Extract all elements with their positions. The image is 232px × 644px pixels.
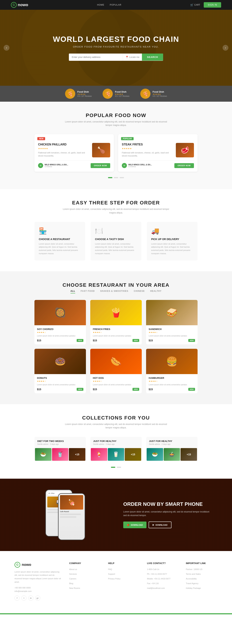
footer-col-title-help: HELP	[108, 562, 140, 564]
app-download-btn-2[interactable]: ▶ DOWNLOAD	[149, 522, 171, 528]
restaurant-card-desc-1: Lorem ipsum dolor sit amet,consectetur p…	[37, 335, 83, 337]
footer-link-blog[interactable]: Blog	[69, 582, 73, 584]
restaurant-section: CHOOSE RESTAURANT IN YOUR AREA ALL FAST …	[0, 271, 232, 404]
collections-dot-1[interactable]	[111, 467, 115, 468]
social-facebook[interactable]: f	[15, 596, 20, 600]
order-button-2[interactable]: ORDER NOW	[174, 163, 194, 168]
new-badge-4: NEW	[77, 388, 83, 391]
step-card-1: 🏪 CHOOSE A RESTAURANT Lorem ipsum dolor …	[34, 222, 85, 260]
new-badge-6: NEW	[188, 388, 195, 391]
nav-popular[interactable]: POPULAR	[110, 4, 121, 6]
restaurant-card-body-4: DONUTS ★★★★☆ Lorem ipsum dolor sit amet,…	[34, 374, 86, 393]
footer-col-company: COMPANY About us Services Careers Blog N…	[69, 562, 101, 600]
app-download-btn-1[interactable]: 🍎 DOWNLOAD	[123, 522, 147, 528]
cart-link[interactable]: 🛒 CART	[190, 4, 200, 6]
app-phones: Hi, Dilan 🍱 🍖 Cafe Rastol	[22, 490, 109, 540]
tab-chinese[interactable]: CHINESE	[134, 290, 145, 294]
hero-search-bar: 📍 Locate me SEARCH	[69, 54, 163, 61]
hero-next-button[interactable]: ›	[222, 45, 228, 51]
step-title-1: CHOOSE A RESTAURANT	[39, 238, 81, 240]
footer-link-fax[interactable]: Fax: +54 116	[147, 582, 159, 584]
tab-all[interactable]: ALL	[70, 290, 75, 294]
food-preview-3[interactable]: 🍕 Food Dish ★★★★★ 4.5 / 127 Reviews	[140, 89, 167, 99]
locate-me-button[interactable]: 📍 Locate me	[123, 54, 142, 61]
footer-link-careers[interactable]: Careers	[69, 578, 76, 580]
collection-card-2: JUST FOR HEALTHY Gentle advice · 2 days …	[90, 437, 142, 461]
food-preview-2[interactable]: 🍕 Food Dish ★★★★★ 4.5 / 127 Reviews	[102, 89, 130, 99]
restaurant-card-img-5: 🌭	[90, 349, 142, 374]
nav-home[interactable]: HOME	[97, 4, 104, 6]
food-preview-reviews-1: 4.5 / 127 Reviews	[77, 95, 92, 97]
footer-link-holiday[interactable]: Holiday Package	[186, 587, 201, 589]
restaurant-card-1: 🥘 SOY CHORIZO ★★★★☆ Lorem ipsum dolor si…	[34, 300, 86, 344]
social-twitter[interactable]: t	[21, 596, 27, 600]
footer-link-access[interactable]: Accessibility	[186, 578, 197, 580]
search-button[interactable]: SEARCH	[142, 54, 163, 60]
footer-contact-email: info@example.com	[15, 590, 62, 593]
restaurant-card-img-3: 🥪	[146, 300, 198, 325]
footer-links-important: Partner: 10000 US Terms and Sales Access…	[186, 568, 217, 590]
collection-more-2: +15	[125, 448, 141, 461]
hero-section: ‹ › WORLD LARGEST FOOD CHAIN ORDER FOOD …	[0, 10, 232, 86]
food-preview-stars-2: ★★★★★	[115, 93, 130, 95]
food-card-text-2: STEAK FRITES ★★★★★ Flatbread with tomato…	[122, 143, 173, 157]
hero-prev-button[interactable]: ‹	[4, 45, 10, 51]
tab-healthy[interactable]: HEALTHY	[150, 290, 162, 294]
order-button-1[interactable]: ORDER NOW	[91, 163, 110, 168]
delivery-address-input[interactable]	[69, 54, 123, 60]
food-cards-grid: New CHICKEN PAILLARD ★★★★★ Flatbread wit…	[34, 134, 198, 172]
step-title-2: CHOOSE A TASTY DISH	[95, 238, 137, 240]
collections-subtitle: Lorem ipsum dolor sit amet, consectetur …	[62, 422, 170, 430]
footer-link-travel[interactable]: Travel Agency	[186, 582, 198, 584]
footer-link-services[interactable]: Services	[69, 573, 77, 575]
price-6: $15	[149, 388, 153, 391]
hero-arrows: ‹ ›	[0, 45, 232, 51]
hero-title: WORLD LARGEST FOOD CHAIN	[53, 35, 179, 44]
footer-link-mobile[interactable]: Mobile: +54-11-4433-5677	[147, 578, 170, 580]
step-desc-1: Lorem ipsum dolor sit amet, consectetur …	[39, 242, 81, 255]
restaurant-details-2: WILD WINGS GRILL & BA... S America	[128, 164, 152, 168]
restaurant-card-stars-2: ★★★★☆	[93, 331, 139, 334]
food-preview-stars-3: ★★★★★	[153, 93, 167, 95]
cart-icon: 🛒	[190, 4, 193, 6]
android-icon: ▶	[153, 524, 154, 526]
restaurant-card-desc-4: Lorem ipsum dolor sit amet,consectetur p…	[37, 384, 83, 386]
collection-more-1: +15	[69, 448, 85, 461]
location-icon: 📍	[126, 56, 129, 58]
footer-link-rooms[interactable]: New Rooms	[69, 587, 80, 589]
footer-link-faq[interactable]: FAQ	[108, 568, 112, 570]
dot-3[interactable]	[120, 177, 124, 178]
food-card-footer-2: W WILD WINGS GRILL & BA... S America ORD…	[122, 160, 194, 168]
apple-icon: 🍎	[127, 524, 130, 526]
restaurant-card-body-5: HOT DOG ★★★★☆ Lorem ipsum dolor sit amet…	[90, 374, 142, 393]
restaurant-card-name-2: FRENCH FRIES	[93, 328, 139, 330]
restaurant-card-4: 🍩 DONUTS ★★★★☆ Lorem ipsum dolor sit ame…	[34, 349, 86, 393]
step-card-3: 🚚 PICK UP OR DELIVERY Lorem ipsum dolor …	[147, 222, 198, 260]
dot-1[interactable]	[108, 177, 112, 178]
food-card-footer-1: W WILD WINGS GRILL & BA... S America ORD…	[38, 160, 110, 168]
signin-button[interactable]: SIGN IN	[204, 2, 221, 8]
logo-text: nowo	[18, 2, 28, 7]
collections-dot-2[interactable]	[117, 467, 121, 468]
footer-col-title-important: IMPORTANT LINK	[186, 562, 217, 564]
footer-link-callus[interactable]: 1-800-Call-Us	[147, 568, 159, 570]
footer-link-partner[interactable]: Partner: 10000 US	[186, 568, 202, 570]
footer-link-item: Holiday Package	[186, 586, 217, 590]
footer-link-privacy[interactable]: Privacy Policy	[108, 578, 120, 580]
footer-link-about[interactable]: About us	[69, 568, 77, 570]
food-card-image-1: 🍗	[92, 143, 110, 158]
footer-link-phone1[interactable]: Ph: +54-11-4433-5577	[147, 573, 167, 575]
social-linkedin[interactable]: in	[28, 596, 33, 600]
dot-2[interactable]	[114, 177, 118, 178]
restaurant-card-body-2: FRENCH FRIES ★★★★☆ Lorem ipsum dolor sit…	[90, 325, 142, 344]
tab-fastfood[interactable]: FAST FOOD	[81, 290, 95, 294]
tab-shakes[interactable]: SHAKES & SMOOTHIES	[100, 290, 128, 294]
footer-link-email[interactable]: mail@localhost.com	[147, 587, 165, 589]
footer-link-support[interactable]: Support	[108, 573, 115, 575]
footer-link-terms[interactable]: Terms and Sales	[186, 573, 201, 575]
restaurant-grid: 🥘 SOY CHORIZO ★★★★☆ Lorem ipsum dolor si…	[34, 300, 198, 393]
social-google[interactable]: g+	[35, 596, 40, 600]
collection-images-2: 🍹 🥛 +15	[90, 448, 142, 461]
steps-title: EASY THREE STEP FOR ORDER	[15, 200, 217, 206]
food-preview-1[interactable]: 🍕 Food Dish ★★★★★ 4.5 / 127 Reviews	[65, 89, 92, 99]
